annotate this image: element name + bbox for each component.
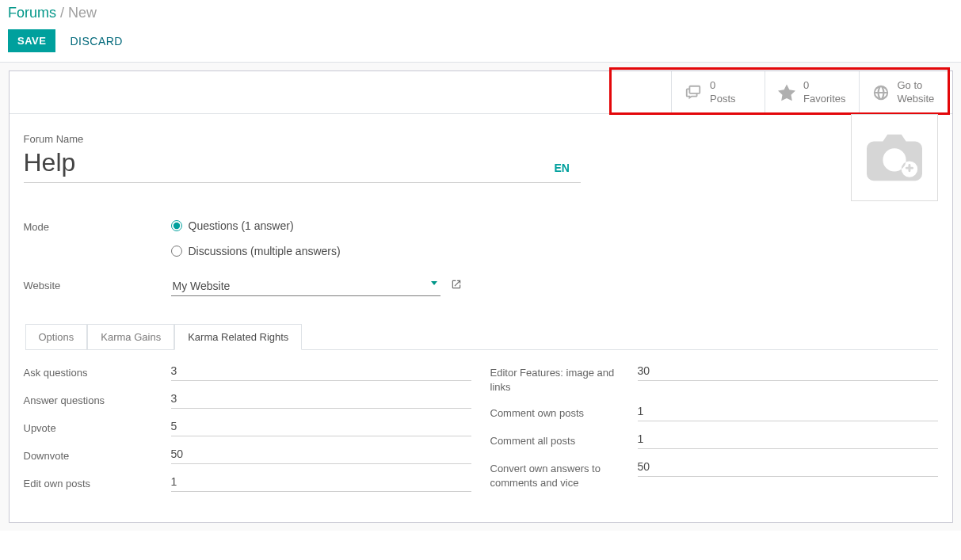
favorites-count: 0	[803, 79, 845, 92]
comment-own-input[interactable]	[638, 405, 938, 421]
tab-options[interactable]: Options	[25, 324, 88, 350]
downvote-input[interactable]	[171, 448, 471, 464]
tab-bar: Options Karma Gains Karma Related Rights	[25, 323, 938, 350]
posts-count: 0	[710, 79, 736, 92]
breadcrumb: Forums / New	[8, 5, 953, 21]
upvote-label: Upvote	[24, 420, 171, 436]
ask-questions-input[interactable]	[171, 364, 471, 381]
convert-own-label: Convert own answers to comments and vice	[490, 460, 638, 490]
mode-questions-radio[interactable]	[171, 220, 182, 231]
editor-features-input[interactable]	[638, 364, 938, 381]
breadcrumb-current: New	[68, 5, 97, 21]
website-input[interactable]	[171, 278, 440, 296]
mode-discussions-text: Discussions (multiple answers)	[189, 245, 341, 257]
control-panel: Forums / New SAVE DISCARD	[0, 0, 961, 63]
goto-website-line2: Website	[898, 93, 935, 105]
favorites-label: Favorites	[803, 93, 845, 105]
mode-questions-text: Questions (1 answer)	[189, 219, 294, 232]
stat-button-box: 0 Posts 0 Favorites Go to Website	[10, 71, 952, 114]
rights-right-column: Editor Features: image and links Comment…	[490, 364, 938, 503]
star-icon	[778, 84, 795, 101]
globe-icon	[872, 84, 890, 101]
ask-questions-label: Ask questions	[24, 364, 171, 380]
convert-own-input[interactable]	[638, 460, 938, 477]
website-label: Website	[24, 278, 171, 291]
breadcrumb-root[interactable]: Forums	[8, 5, 56, 21]
comment-all-label: Comment all posts	[490, 432, 638, 448]
mode-questions-option[interactable]: Questions (1 answer)	[171, 219, 341, 232]
answer-questions-input[interactable]	[171, 392, 471, 409]
edit-own-posts-label: Edit own posts	[24, 475, 171, 491]
camera-plus-icon	[867, 134, 922, 181]
favorites-stat-button[interactable]: 0 Favorites	[765, 71, 858, 113]
answer-questions-label: Answer questions	[24, 392, 171, 408]
comments-icon	[685, 84, 702, 101]
upvote-input[interactable]	[171, 420, 471, 436]
external-link-icon	[451, 279, 462, 290]
form-sheet: 0 Posts 0 Favorites Go to Website	[9, 70, 953, 523]
forum-name-label: Forum Name	[24, 133, 582, 145]
discard-button[interactable]: DISCARD	[70, 35, 123, 48]
dropdown-caret-icon[interactable]	[431, 281, 437, 285]
tab-karma-gains[interactable]: Karma Gains	[87, 324, 174, 350]
posts-label: Posts	[710, 93, 736, 105]
goto-website-line1: Go to	[898, 79, 935, 92]
save-button[interactable]: SAVE	[8, 29, 55, 52]
forum-image-placeholder[interactable]	[851, 114, 938, 201]
tab-karma-rights[interactable]: Karma Related Rights	[174, 324, 302, 350]
mode-label: Mode	[24, 219, 171, 233]
forum-name-input[interactable]	[24, 147, 582, 183]
comment-own-label: Comment own posts	[490, 405, 638, 421]
mode-discussions-option[interactable]: Discussions (multiple answers)	[171, 245, 341, 257]
edit-own-posts-input[interactable]	[171, 475, 471, 492]
external-link-button[interactable]	[451, 279, 462, 290]
posts-stat-button[interactable]: 0 Posts	[671, 71, 765, 113]
go-to-website-button[interactable]: Go to Website	[859, 71, 952, 113]
language-badge[interactable]: EN	[554, 162, 569, 174]
karma-rights-panel: Ask questions Answer questions Upvote Do…	[24, 350, 938, 522]
mode-discussions-radio[interactable]	[171, 246, 182, 257]
downvote-label: Downvote	[24, 448, 171, 463]
editor-features-label: Editor Features: image and links	[490, 364, 638, 394]
comment-all-input[interactable]	[638, 432, 938, 449]
rights-left-column: Ask questions Answer questions Upvote Do…	[24, 364, 471, 503]
